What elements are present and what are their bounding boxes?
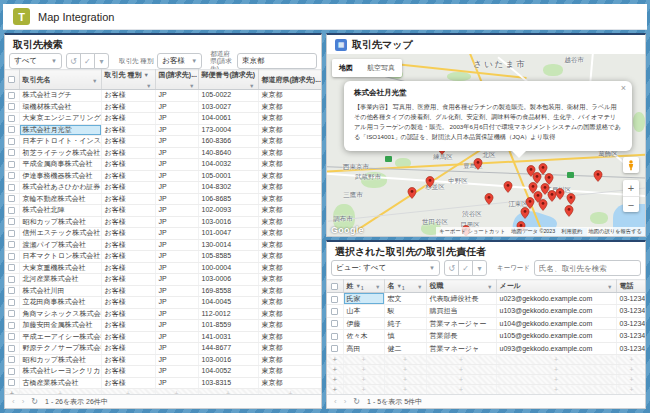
contact-row[interactable]: 氏家宏文代表取締役社長u023@gekkodo.example.com03-12… <box>327 293 645 305</box>
account-row[interactable]: 立花田商事株式会社お客様JP104-0045東京都 <box>5 297 321 309</box>
account-row[interactable]: 株式会社月光堂お客様JP173-0004東京都 <box>5 124 321 136</box>
account-row[interactable]: 古橋産業株式会社お客様JP103-8315東京都 <box>5 377 321 389</box>
account-row[interactable]: 日本デトロイト・インスルメ...お客様JP160-8366東京都 <box>5 136 321 148</box>
row-checkbox[interactable] <box>5 285 19 297</box>
account-name-link[interactable]: 株式会社ヨグチ <box>19 90 101 102</box>
account-row[interactable]: 日本マクトロン株式会社お客様JP105-8585東京都 <box>5 251 321 263</box>
col-email[interactable]: メール▼ <box>496 280 616 293</box>
account-name-link[interactable]: 株式会社月光堂 <box>19 124 101 136</box>
account-name-link[interactable]: 角商マシネックス株式会社 <box>19 308 101 320</box>
add-row-icon[interactable]: + <box>327 385 343 394</box>
account-row[interactable]: 渡瀬パイプ株式会社お客様JP130-0014東京都 <box>5 239 321 251</box>
row-checkbox[interactable] <box>5 354 19 366</box>
account-name-link[interactable]: 北河産業株式会社 <box>19 274 101 286</box>
col-postal[interactable]: 郵便番号(請求先)▼ <box>198 70 258 90</box>
row-checkbox[interactable] <box>5 228 19 240</box>
account-name-link[interactable]: 京輪不動産株式会社 <box>19 193 101 205</box>
account-row[interactable]: 京輪不動産株式会社お客様JP106-8685東京都 <box>5 193 321 205</box>
account-name-link[interactable]: 大東京重機株式会社 <box>19 262 101 274</box>
account-name-link[interactable]: 昭和カップ株式会社 <box>19 216 101 228</box>
account-name-link[interactable]: 古橋産業株式会社 <box>19 377 101 389</box>
attribution-link[interactable]: 利用規約 <box>558 227 585 236</box>
row-checkbox[interactable] <box>5 239 19 251</box>
account-name-link[interactable]: 株式会社川田 <box>19 285 101 297</box>
contact-row[interactable]: 山本駿購買担当u103@gekkodo.example.com03-1234-5 <box>327 305 645 317</box>
row-checkbox[interactable] <box>5 170 19 182</box>
map-pin[interactable] <box>407 185 418 197</box>
map-pin[interactable] <box>520 205 531 217</box>
satellite-button[interactable]: 航空写真 <box>360 59 402 77</box>
account-row[interactable]: 加藤安田金属株式会社お客様JP101-8559東京都 <box>5 320 321 332</box>
row-checkbox[interactable] <box>5 205 19 217</box>
map-pin[interactable] <box>593 168 604 180</box>
row-checkbox[interactable] <box>5 331 19 343</box>
row-checkbox[interactable] <box>5 377 19 389</box>
account-row[interactable]: 信州エステック株式会社お客様JP101-0047東京都 <box>5 228 321 240</box>
contact-row[interactable]: 佐々木慎営業部長u105@gekkodo.example.com03-1234-… <box>327 330 645 342</box>
map-pin[interactable] <box>473 156 484 168</box>
prev-page-button[interactable]: ‹ <box>12 397 15 406</box>
column-menu-icon[interactable]: ▼ <box>92 78 97 84</box>
account-name-link[interactable]: 野原テクノサーブ株式会社 <box>19 343 101 355</box>
row-checkbox[interactable] <box>5 308 19 320</box>
account-row[interactable]: 角商マシネックス株式会社お客様JP112-0012東京都 <box>5 308 321 320</box>
row-checkbox[interactable] <box>5 113 19 125</box>
column-menu-icon[interactable]: ▼ <box>417 284 422 290</box>
zoom-out-button[interactable]: − <box>623 196 639 212</box>
col-account-name[interactable]: 取引先名▼ <box>19 70 101 90</box>
map-pin[interactable] <box>566 191 577 203</box>
row-checkbox[interactable] <box>5 124 19 136</box>
col-last-name[interactable]: 姓 ▼1▼ <box>343 280 384 293</box>
col-country[interactable]: 国(請求先)...▼ <box>155 70 198 90</box>
account-row[interactable]: 株式会社レーヨンクリカーお客様JP104-0052東京都 <box>5 366 321 378</box>
type-filter-select[interactable]: お客様▼ <box>157 53 202 69</box>
column-menu-icon[interactable]: ▼ <box>607 284 612 290</box>
account-name-link[interactable]: 日本デトロイト・インスルメ... <box>19 136 101 148</box>
contact-last-name-cell[interactable]: 山本 <box>343 305 384 317</box>
app-icon[interactable]: T <box>13 8 30 25</box>
google-map[interactable]: さいたま市越谷市西東京市武蔵野市三鷹市調布市練馬区北区葛飾区豊島区中野区杉並区渋… <box>327 54 645 236</box>
account-name-link[interactable]: 株式会社レーヨンクリカー <box>19 366 101 378</box>
contact-row[interactable]: 伊藤純子営業マネージャーu104@gekkodo.example.com03-1… <box>327 317 645 329</box>
row-checkbox[interactable] <box>5 343 19 355</box>
col-first-name[interactable]: 名 ▼1▼ <box>384 280 426 293</box>
account-name-link[interactable]: 株式会社あさひかわ証券 <box>19 182 101 194</box>
contact-last-name-cell[interactable]: 佐々木 <box>343 330 384 342</box>
row-checkbox[interactable] <box>327 305 343 317</box>
row-checkbox[interactable] <box>5 216 19 228</box>
row-checkbox[interactable] <box>5 262 19 274</box>
account-name-link[interactable]: 大東京エンジニアリング株式... <box>19 113 101 125</box>
refresh-icon[interactable]: ↻ <box>353 397 360 406</box>
keyboard-shortcuts-link[interactable]: キーボード ショートカット <box>436 227 508 236</box>
account-row[interactable]: 株式会社あさひかわ証券お客様JP104-8302東京都 <box>5 182 321 194</box>
street-view-pegman[interactable] <box>623 157 639 173</box>
contact-last-name-cell[interactable]: 氏家 <box>343 293 384 305</box>
account-row[interactable]: 野原テクノサーブ株式会社お客様JP144-8677東京都 <box>5 343 321 355</box>
row-checkbox[interactable] <box>5 159 19 171</box>
add-row-icon[interactable]: + <box>327 365 343 375</box>
close-icon[interactable]: × <box>621 83 626 93</box>
map-pin[interactable] <box>564 203 575 215</box>
col-state[interactable]: 都道府県(請求先)... <box>258 70 321 90</box>
row-checkbox[interactable] <box>5 182 19 194</box>
row-checkbox[interactable] <box>327 330 343 342</box>
account-name-link[interactable]: 日本マクトロン株式会社 <box>19 251 101 263</box>
account-name-link[interactable]: 信州エステック株式会社 <box>19 228 101 240</box>
column-menu-icon[interactable]: ▼ <box>375 284 380 290</box>
account-name-link[interactable]: 渡瀬パイプ株式会社 <box>19 239 101 251</box>
row-checkbox[interactable] <box>5 251 19 263</box>
contacts-view-select[interactable]: ビュー: すべて ▼ <box>331 260 440 276</box>
map-button[interactable]: 地図 <box>332 59 360 77</box>
save-button[interactable]: ✓ <box>80 53 95 69</box>
row-checkbox[interactable] <box>5 193 19 205</box>
select-all-checkbox[interactable] <box>5 70 19 90</box>
account-row[interactable]: 大東京重機株式会社お客様JP100-0004東京都 <box>5 262 321 274</box>
account-name-link[interactable]: 加藤安田金属株式会社 <box>19 320 101 332</box>
view-menu-button[interactable]: ▾ <box>94 53 109 69</box>
account-name-link[interactable]: 平成金属商事株式会社 <box>19 159 101 171</box>
map-pin[interactable] <box>503 179 514 191</box>
map-pin[interactable] <box>484 191 495 203</box>
view-menu-button[interactable]: ▾ <box>472 260 487 276</box>
column-menu-icon[interactable]: ▼ <box>487 284 492 290</box>
row-checkbox[interactable] <box>5 136 19 148</box>
